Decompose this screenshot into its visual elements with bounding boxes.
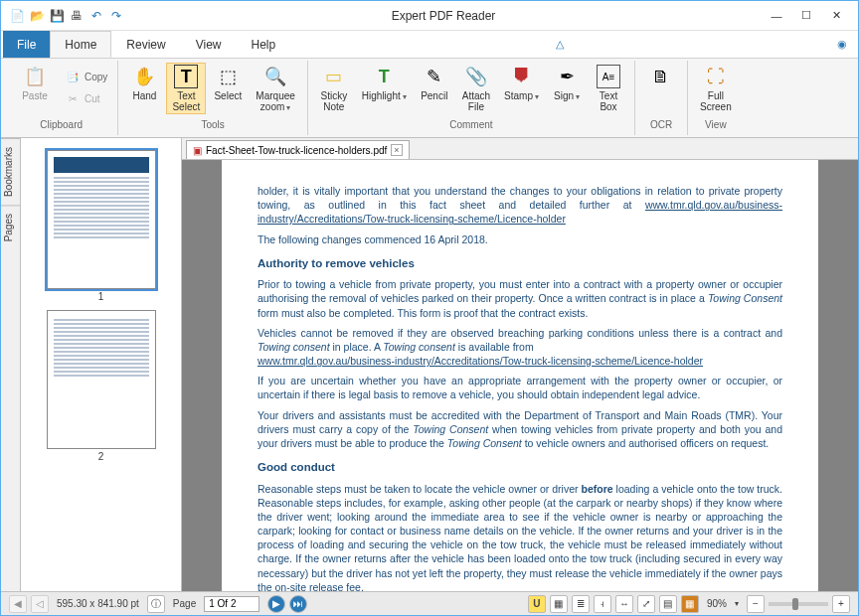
tab-review[interactable]: Review bbox=[111, 31, 180, 58]
group-comment: ▭Sticky Note THighlight ✎Pencil 📎Attach … bbox=[308, 61, 635, 135]
select-icon: ⬚ bbox=[216, 65, 240, 88]
thumbnail-panel: 1 2 bbox=[21, 138, 182, 591]
doc-tab-label: Fact-Sheet-Tow-truck-licence-holders.pdf bbox=[206, 145, 387, 156]
doc-tab[interactable]: ▣ Fact-Sheet-Tow-truck-licence-holders.p… bbox=[186, 140, 410, 159]
paste-icon: 📋 bbox=[23, 65, 47, 88]
doc-scroll[interactable]: holder, it is vitally important that you… bbox=[182, 160, 858, 591]
group-ocr: 🗎 OCR bbox=[635, 61, 688, 135]
highlight-icon: T bbox=[372, 65, 396, 88]
nav-last-icon[interactable]: ⏭ bbox=[289, 595, 307, 613]
zoom-level: 90% bbox=[707, 598, 727, 609]
copy-button[interactable]: 📑Copy bbox=[61, 67, 111, 86]
tab-view[interactable]: View bbox=[181, 31, 237, 58]
print-icon[interactable]: 🖶 bbox=[69, 8, 85, 24]
ocr-button[interactable]: 🗎 bbox=[641, 63, 681, 103]
text-select-icon: T bbox=[174, 65, 198, 88]
help-icon[interactable]: ◉ bbox=[828, 31, 856, 58]
zoom-slider[interactable] bbox=[769, 602, 828, 606]
minimize-ribbon-icon[interactable]: △ bbox=[546, 31, 574, 58]
paperclip-icon: 📎 bbox=[464, 65, 488, 88]
maximize-button[interactable]: ☐ bbox=[792, 6, 820, 26]
window-title: Expert PDF Reader bbox=[124, 9, 763, 23]
cut-button[interactable]: ✂Cut bbox=[61, 88, 111, 108]
minimize-button[interactable]: — bbox=[763, 6, 790, 26]
pdf-page: holder, it is vitally important that you… bbox=[222, 160, 818, 591]
select-tool[interactable]: ⬚Select bbox=[208, 63, 248, 103]
thumbnail-page-1[interactable] bbox=[47, 150, 156, 289]
sign-tool[interactable]: ✒Sign bbox=[547, 63, 587, 104]
window-controls: — ☐ ✕ bbox=[763, 6, 850, 26]
view-mode-1-icon[interactable]: ▦ bbox=[550, 595, 568, 613]
text-select-tool[interactable]: TText Select bbox=[166, 63, 206, 114]
statusbar: ◀ ◁ 595.30 x 841.90 pt ⓘ Page ▶ ⏭ U ▦ ≣ … bbox=[1, 591, 858, 615]
text-box-tool[interactable]: A≡Text Box bbox=[589, 63, 628, 114]
tab-help[interactable]: Help bbox=[237, 31, 291, 58]
link-licence-holder-2[interactable]: www.tmr.qld.gov.au/business-industry/Acc… bbox=[258, 355, 703, 367]
copy-icon: 📑 bbox=[65, 69, 81, 84]
zoom-dropdown-icon[interactable]: ▾ bbox=[735, 599, 739, 608]
fit-page-icon[interactable]: ⤢ bbox=[637, 595, 655, 613]
heading-good-conduct: Good conduct bbox=[258, 460, 782, 476]
tab-home[interactable]: Home bbox=[50, 31, 111, 58]
open-icon[interactable]: 📂 bbox=[29, 8, 45, 24]
zoom-icon: 🔍 bbox=[263, 65, 287, 88]
page-label: Page bbox=[173, 598, 196, 609]
doc-tab-close[interactable]: × bbox=[391, 144, 402, 156]
highlight-toggle-icon[interactable]: U bbox=[528, 595, 546, 613]
side-tab-bookmarks[interactable]: Bookmarks bbox=[1, 138, 20, 205]
doc-tab-bar: ▣ Fact-Sheet-Tow-truck-licence-holders.p… bbox=[182, 138, 858, 160]
nav-prev-icon[interactable]: ◁ bbox=[31, 595, 49, 613]
undo-icon[interactable]: ↶ bbox=[88, 8, 104, 24]
menubar: File Home Review View Help △ ◉ bbox=[1, 31, 858, 59]
zoom-out-icon[interactable]: − bbox=[747, 595, 765, 613]
ribbon: 📋 Paste 📑Copy ✂Cut Clipboard ✋Hand TText… bbox=[1, 59, 858, 138]
side-tabs: Bookmarks Pages bbox=[1, 138, 21, 591]
cut-icon: ✂ bbox=[65, 90, 81, 106]
nav-first-icon[interactable]: ◀ bbox=[9, 595, 27, 613]
highlight-tool[interactable]: THighlight bbox=[356, 63, 413, 104]
thumbnail-label-2: 2 bbox=[29, 451, 173, 462]
side-tab-pages[interactable]: Pages bbox=[1, 205, 20, 249]
stamp-tool[interactable]: ⛊Stamp bbox=[498, 63, 545, 104]
info-icon[interactable]: ⓘ bbox=[147, 595, 165, 613]
redo-icon[interactable]: ↷ bbox=[108, 8, 124, 24]
pencil-tool[interactable]: ✎Pencil bbox=[415, 63, 454, 103]
zoom-in-icon[interactable]: + bbox=[832, 595, 850, 613]
group-view: ⛶Full Screen View bbox=[688, 61, 744, 135]
group-clipboard: 📋 Paste 📑Copy ✂Cut Clipboard bbox=[5, 61, 118, 135]
document-area: Bookmarks Pages 1 2 ▣ Fact-Sheet-Tow-tru… bbox=[1, 138, 858, 591]
thumb-view-icon[interactable]: ▦ bbox=[681, 595, 699, 613]
sticky-note-icon: ▭ bbox=[322, 65, 346, 88]
new-icon[interactable]: 📄 bbox=[9, 8, 25, 24]
attach-file-tool[interactable]: 📎Attach File bbox=[456, 63, 496, 114]
hand-tool[interactable]: ✋Hand bbox=[124, 63, 164, 103]
stamp-icon: ⛊ bbox=[510, 65, 534, 88]
sign-icon: ✒ bbox=[555, 65, 579, 88]
paste-button[interactable]: 📋 Paste bbox=[15, 63, 55, 103]
pencil-icon: ✎ bbox=[423, 65, 446, 88]
view-mode-2-icon[interactable]: ≣ bbox=[572, 595, 590, 613]
main-view: ▣ Fact-Sheet-Tow-truck-licence-holders.p… bbox=[182, 138, 858, 591]
full-screen-button[interactable]: ⛶Full Screen bbox=[694, 63, 738, 114]
quick-access: 📄 📂 💾 🖶 ↶ ↷ bbox=[9, 8, 124, 24]
fullscreen-icon: ⛶ bbox=[704, 65, 728, 88]
heading-authority: Authority to remove vehicles bbox=[258, 256, 782, 272]
textbox-icon: A≡ bbox=[597, 65, 620, 88]
file-tab[interactable]: File bbox=[3, 31, 50, 58]
page-dimensions: 595.30 x 841.90 pt bbox=[57, 598, 139, 609]
thumbnail-page-2[interactable] bbox=[47, 310, 156, 449]
page-number-input[interactable] bbox=[204, 596, 259, 612]
nav-next-icon[interactable]: ▶ bbox=[267, 595, 285, 613]
ocr-icon: 🗎 bbox=[649, 65, 673, 88]
save-icon[interactable]: 💾 bbox=[49, 8, 65, 24]
sticky-note-tool[interactable]: ▭Sticky Note bbox=[314, 63, 354, 114]
titlebar: 📄 📂 💾 🖶 ↶ ↷ Expert PDF Reader — ☐ ✕ bbox=[1, 1, 858, 31]
group-tools: ✋Hand TText Select ⬚Select 🔍Marquee zoom… bbox=[118, 61, 307, 135]
hand-icon: ✋ bbox=[132, 65, 156, 88]
thumbnail-label-1: 1 bbox=[29, 291, 173, 302]
fit-width-icon[interactable]: ↔ bbox=[615, 595, 633, 613]
marquee-zoom-tool[interactable]: 🔍Marquee zoom bbox=[250, 63, 300, 115]
layout-icon[interactable]: ▤ bbox=[659, 595, 677, 613]
close-button[interactable]: ✕ bbox=[822, 6, 850, 26]
view-mode-3-icon[interactable]: ⫞ bbox=[594, 595, 611, 613]
